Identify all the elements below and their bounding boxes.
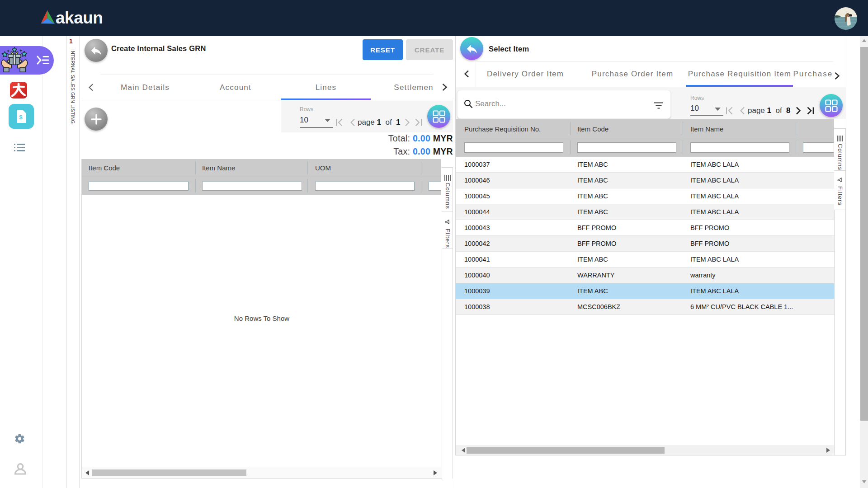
svg-text:$: $ (19, 114, 23, 121)
